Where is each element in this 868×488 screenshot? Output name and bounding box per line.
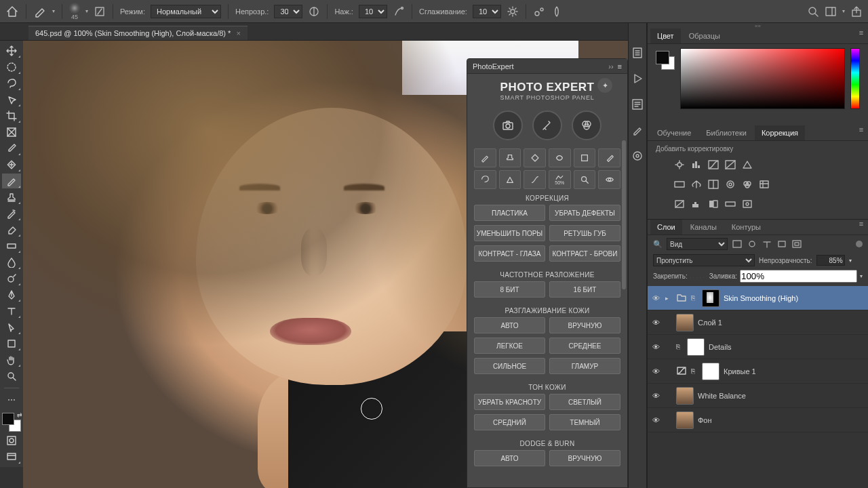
expand-icon[interactable]: ▸ <box>665 295 672 302</box>
edit-toolbar-icon[interactable]: ⋯ <box>2 392 21 407</box>
panel-menu-icon[interactable]: ≡ <box>854 28 868 43</box>
gear-icon[interactable] <box>507 5 519 18</box>
visibility-icon[interactable]: 👁 <box>650 392 661 400</box>
dropdown-icon[interactable]: ▾ <box>842 8 845 14</box>
tab-layers[interactable]: Слои <box>650 220 682 235</box>
lock-pos-icon[interactable] <box>696 272 697 281</box>
visibility-icon[interactable]: 👁 <box>650 416 661 424</box>
btn-mid[interactable]: СРЕДНИЙ <box>474 414 545 430</box>
panel-scrollbar[interactable] <box>622 140 626 485</box>
tool-levels[interactable] <box>499 170 521 189</box>
adj-gradmap-icon[interactable] <box>724 199 736 209</box>
layer-name[interactable]: Кривые 1 <box>724 367 756 375</box>
extra-panel-icon[interactable] <box>631 149 644 163</box>
layer-opacity-input[interactable] <box>816 255 845 266</box>
hue-strip[interactable] <box>850 48 860 109</box>
close-icon[interactable]: × <box>236 29 240 37</box>
layer-name[interactable]: Skin Smoothing (High) <box>724 294 798 302</box>
layer-fill-input[interactable] <box>740 270 857 283</box>
symmetry-icon[interactable] <box>551 5 563 18</box>
visibility-icon[interactable]: 👁 <box>650 319 661 327</box>
panel-menu-icon[interactable]: ≡ <box>854 220 868 235</box>
layer-row[interactable]: 👁 ⎘ Кривые 1 <box>648 359 868 384</box>
wand-button[interactable] <box>532 110 562 140</box>
btn-dnb-auto[interactable]: АВТО <box>474 450 545 466</box>
btn-medium[interactable]: СРЕДНЕЕ <box>549 338 620 354</box>
layer-thumb[interactable] <box>676 314 694 331</box>
btn-strong[interactable]: СИЛЬНОЕ <box>474 358 545 374</box>
layer-thumb[interactable] <box>676 387 694 405</box>
color-swatch[interactable]: ⇄ <box>2 413 21 432</box>
color-swatch-pair[interactable] <box>656 51 675 70</box>
btn-defects[interactable]: УБРАТЬ ДЕФЕКТЫ <box>549 205 620 221</box>
layer-name[interactable]: White Balance <box>698 392 746 400</box>
layer-name[interactable]: Фон <box>698 416 712 424</box>
frame-tool[interactable] <box>2 125 21 140</box>
dropdown-icon[interactable]: ▾ <box>860 273 863 279</box>
adj-selective-icon[interactable] <box>741 199 753 209</box>
visibility-icon[interactable]: 👁 <box>650 367 661 375</box>
tab-learn[interactable]: Обучение <box>650 125 698 140</box>
tool-eye[interactable] <box>598 170 620 189</box>
btn-brows[interactable]: КОНТРАСТ - БРОВИ <box>549 245 620 262</box>
tool-50pct[interactable]: 50% <box>549 170 571 189</box>
btn-removered[interactable]: УБРАТЬ КРАСНОТУ <box>474 394 545 410</box>
properties-panel-icon[interactable] <box>631 98 644 111</box>
blend-mode-select[interactable]: Нормальный <box>151 5 221 18</box>
adj-exposure-icon[interactable] <box>724 159 736 170</box>
btn-pores[interactable]: УМЕНЬШИТЬ ПОРЫ <box>474 225 545 241</box>
collapse-icon[interactable]: ›› <box>608 62 613 70</box>
zoom-tool[interactable] <box>2 369 21 384</box>
tool-zoom[interactable] <box>574 170 596 189</box>
filter-type-icon[interactable] <box>762 239 772 249</box>
btn-dark[interactable]: ТЕМНЫЙ <box>549 414 620 430</box>
lock-paint-icon[interactable] <box>693 272 694 281</box>
filter-smart-icon[interactable] <box>791 239 802 249</box>
opacity-select[interactable]: 30% <box>274 5 302 18</box>
dodge-tool[interactable] <box>2 271 21 286</box>
tab-channels[interactable]: Каналы <box>684 220 724 235</box>
marquee-tool[interactable] <box>2 60 21 75</box>
btn-manual[interactable]: ВРУЧНУЮ <box>549 317 620 333</box>
pressure-opacity-icon[interactable] <box>308 5 320 18</box>
tool-brush[interactable] <box>474 148 496 167</box>
tool-lasso2[interactable] <box>474 170 496 189</box>
foreground-color[interactable] <box>2 413 14 425</box>
btn-auto[interactable]: АВТО <box>474 317 545 333</box>
camera-button[interactable] <box>493 110 523 140</box>
dropdown-icon[interactable]: ▾ <box>52 8 55 14</box>
adj-threshold-icon[interactable] <box>707 199 719 209</box>
layer-name[interactable]: Слой 1 <box>698 319 722 327</box>
panel-menu-icon[interactable]: ≡ <box>854 125 868 140</box>
tool-stamp[interactable] <box>499 148 521 167</box>
filter-shape-icon[interactable] <box>776 239 787 249</box>
brush-icon[interactable] <box>33 4 47 19</box>
btn-glamour[interactable]: ГЛАМУР <box>549 358 620 374</box>
lock-nest-icon[interactable] <box>700 272 701 281</box>
adj-invert-icon[interactable] <box>673 199 686 209</box>
layer-row[interactable]: 👁 Слой 1 <box>648 310 868 335</box>
adj-levels-icon[interactable] <box>690 159 703 170</box>
share-icon[interactable] <box>850 5 863 18</box>
actions-panel-icon[interactable] <box>631 72 644 85</box>
home-icon[interactable] <box>5 5 19 18</box>
airbrush-icon[interactable] <box>393 5 405 18</box>
btn-bright[interactable]: СВЕТЛЫЙ <box>549 394 620 410</box>
dropdown-icon[interactable]: ▾ <box>85 8 88 14</box>
visibility-icon[interactable]: 👁 <box>650 294 661 302</box>
filter-adjust-icon[interactable] <box>747 239 757 249</box>
tab-paths[interactable]: Контуры <box>725 220 768 235</box>
tool-pen[interactable] <box>598 148 620 167</box>
pressure-size-icon[interactable] <box>533 5 545 18</box>
channels-button[interactable] <box>572 110 601 140</box>
blur-tool[interactable] <box>2 255 21 270</box>
lock-all-icon[interactable] <box>703 272 704 281</box>
pen-tool[interactable] <box>2 287 21 302</box>
eyedropper-tool[interactable] <box>2 141 21 156</box>
adj-photo-filter-icon[interactable] <box>724 179 736 190</box>
search-icon[interactable]: 🔍 <box>653 240 663 249</box>
brush-preview[interactable]: 45 <box>69 3 80 20</box>
layer-row[interactable]: 👁 Фон <box>648 408 868 432</box>
quick-select-tool[interactable] <box>2 92 21 107</box>
tool-curves[interactable] <box>524 170 546 189</box>
